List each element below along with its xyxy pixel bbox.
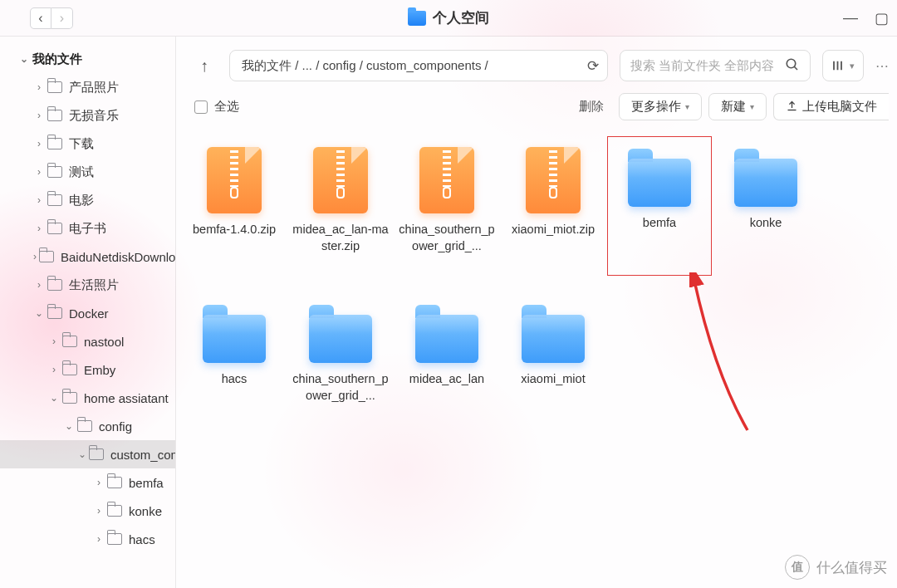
sidebar-item-label: 无损音乐 <box>69 108 119 124</box>
window-title: 个人空间 <box>433 8 489 27</box>
chevron-right-icon: › <box>33 166 45 178</box>
sidebar-item-label: hacs <box>129 532 155 546</box>
sidebar-item-label: custom_components <box>110 448 176 462</box>
sidebar-item[interactable]: ⌄custom_components <box>0 440 175 468</box>
sidebar-item[interactable]: ⌄config <box>0 412 175 440</box>
chevron-right-icon: › <box>33 223 45 234</box>
sidebar-item[interactable]: ›bemfa <box>0 468 175 497</box>
sidebar-item[interactable]: ›电影 <box>0 186 175 214</box>
folder-outline-icon <box>47 166 62 178</box>
folder-icon <box>415 315 478 363</box>
view-mode-button[interactable]: ▾ <box>822 50 864 81</box>
sidebar-item[interactable]: ⌄home assiatant <box>0 384 175 412</box>
file-item-folder[interactable]: xiaomi_miot <box>500 292 606 433</box>
zip-icon <box>207 147 262 213</box>
nav-back-button[interactable]: ‹ <box>30 7 51 29</box>
sidebar-item-label: config <box>99 419 132 434</box>
file-name: xiaomi_miot.zip <box>512 222 595 238</box>
chevron-right-icon: › <box>93 477 105 488</box>
watermark-badge: 值 <box>785 555 810 580</box>
folder-outline-icon <box>47 110 62 121</box>
sidebar-item[interactable]: ›生活照片 <box>0 271 175 299</box>
folder-outline-icon <box>47 194 62 206</box>
file-item-zip[interactable]: bemfa-1.4.0.zip <box>181 135 287 277</box>
file-item-folder[interactable]: bemfa <box>606 135 713 277</box>
upload-button[interactable]: 上传电脑文件 <box>773 93 889 120</box>
folder-outline-icon <box>62 336 77 347</box>
search-placeholder: 搜索 当前文件夹 全部内容 <box>630 58 774 74</box>
sidebar-item-label: Emby <box>84 363 115 377</box>
folder-outline-icon <box>39 251 54 262</box>
window-maximize-button[interactable]: ▢ <box>875 9 889 27</box>
delete-button[interactable]: 删除 <box>571 94 612 120</box>
chevron-right-icon: › <box>33 138 45 149</box>
file-item-folder[interactable]: hacs <box>181 292 287 433</box>
svg-point-0 <box>787 59 796 68</box>
chevron-right-icon: › <box>93 533 105 545</box>
file-item-zip[interactable]: china_southern_power_grid_... <box>394 135 500 277</box>
chevron-down-icon: ⌄ <box>63 420 75 432</box>
folder-outline-icon <box>77 420 92 432</box>
chevron-right-icon: › <box>33 110 45 121</box>
sidebar: ⌄ 我的文件 ›产品照片›无损音乐›下载›测试›电影›电子书›BaiduNetd… <box>0 37 176 588</box>
chevron-right-icon: › <box>33 81 45 93</box>
sidebar-item[interactable]: ›konke <box>0 497 175 525</box>
window-minimize-button[interactable]: — <box>843 9 858 27</box>
folder-outline-icon <box>62 364 77 375</box>
upload-icon <box>786 100 798 115</box>
folder-icon <box>309 315 372 363</box>
sidebar-root[interactable]: ⌄ 我的文件 <box>0 45 175 73</box>
file-item-zip[interactable]: xiaomi_miot.zip <box>500 135 606 277</box>
breadcrumb-path[interactable]: 我的文件 / ... / config / custom_components … <box>229 50 608 81</box>
sidebar-item-label: BaiduNetdiskDownload <box>61 250 176 264</box>
checkbox-icon <box>194 100 208 114</box>
more-actions-button[interactable]: 更多操作 ▾ <box>619 93 702 120</box>
new-button[interactable]: 新建 ▾ <box>708 93 767 120</box>
file-item-folder[interactable]: china_southern_power_grid_... <box>287 292 394 433</box>
zip-icon <box>526 147 581 213</box>
zip-icon <box>313 147 368 213</box>
folder-outline-icon <box>89 448 104 460</box>
sidebar-item[interactable]: ›nastool <box>0 327 175 355</box>
sidebar-item[interactable]: ›测试 <box>0 158 175 186</box>
file-item-folder[interactable]: midea_ac_lan <box>394 292 500 433</box>
chevron-down-icon: ⌄ <box>78 448 86 460</box>
file-name: bemfa-1.4.0.zip <box>193 222 276 238</box>
folder-outline-icon <box>107 477 122 488</box>
sidebar-item-label: home assiatant <box>84 391 169 405</box>
file-name: china_southern_power_grid_... <box>397 222 497 254</box>
chevron-down-icon: ⌄ <box>48 392 60 404</box>
chevron-down-icon: ▾ <box>750 102 754 111</box>
sidebar-item[interactable]: ›产品照片 <box>0 73 175 101</box>
sidebar-item-label: 下载 <box>69 136 94 152</box>
sidebar-item[interactable]: ›Emby <box>0 355 175 384</box>
chevron-right-icon: › <box>48 336 60 347</box>
chevron-down-icon: ⌄ <box>18 53 30 65</box>
sidebar-item[interactable]: ›无损音乐 <box>0 101 175 130</box>
select-all-label: 全选 <box>214 99 239 115</box>
go-up-button[interactable]: ↑ <box>191 52 218 79</box>
svg-line-1 <box>794 66 797 70</box>
file-name: china_southern_power_grid_... <box>291 371 390 404</box>
file-name: hacs <box>222 371 248 388</box>
sidebar-item[interactable]: ⌄Docker <box>0 299 175 327</box>
file-item-zip[interactable]: midea_ac_lan-master.zip <box>287 135 394 277</box>
chevron-right-icon: › <box>33 194 45 206</box>
folder-icon <box>522 315 585 363</box>
reload-icon[interactable]: ⟳ <box>587 57 599 75</box>
sidebar-item[interactable]: ›hacs <box>0 525 175 553</box>
sidebar-item[interactable]: ›电子书 <box>0 214 175 243</box>
file-name: midea_ac_lan-master.zip <box>291 222 390 254</box>
sidebar-item[interactable]: ›下载 <box>0 130 175 158</box>
folder-outline-icon <box>47 81 62 93</box>
file-item-folder[interactable]: konke <box>713 135 819 277</box>
folder-icon <box>628 159 691 207</box>
zip-icon <box>419 147 474 213</box>
nav-forward-button[interactable]: › <box>51 7 73 29</box>
breadcrumb-text: 我的文件 / ... / config / custom_components … <box>242 58 488 74</box>
search-input[interactable]: 搜索 当前文件夹 全部内容 <box>620 50 811 81</box>
select-all-checkbox[interactable]: 全选 <box>194 99 239 115</box>
sidebar-item-label: konke <box>129 504 162 518</box>
folder-outline-icon <box>47 279 62 291</box>
sidebar-item[interactable]: ›BaiduNetdiskDownload <box>0 243 175 271</box>
